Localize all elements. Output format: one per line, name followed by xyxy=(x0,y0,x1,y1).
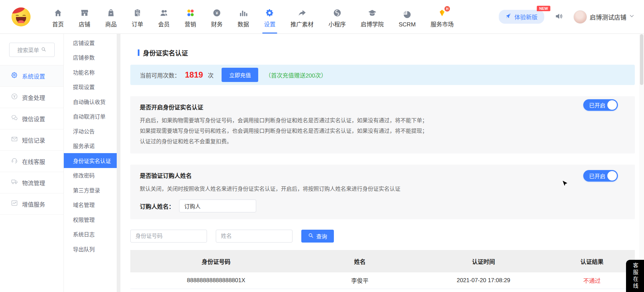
submenu-item-auto-cancel[interactable]: 自动取消订单 xyxy=(64,109,117,124)
cell-name: 该会员 xyxy=(302,289,418,292)
order-clipboard-icon xyxy=(133,8,142,17)
submenu-item-id-verification[interactable]: 身份证实名认证 xyxy=(64,153,117,168)
account-menu[interactable]: 启博测试店铺 xyxy=(573,10,634,24)
promo-share-icon xyxy=(298,8,306,17)
nav-item-academy[interactable]: 启博学院 xyxy=(360,2,384,34)
sidebar-item-label: 短信记录 xyxy=(22,136,45,144)
nav-label: 服务市场 xyxy=(431,20,454,28)
quota-bonus-note: （首次充值赠送200次） xyxy=(265,71,326,79)
nav-item-store[interactable]: 店铺 xyxy=(78,2,91,34)
experience-new-button[interactable]: 体验新版 NEW xyxy=(499,10,544,24)
main-area: 身份证实名认证 当前可用次数： 1819 次 立即充值 （首次充值赠送200次）… xyxy=(117,34,644,292)
purchaser-name-input[interactable] xyxy=(179,200,256,212)
page-scrollbar[interactable] xyxy=(639,34,644,292)
submenu-item-feature-names[interactable]: 功能名称 xyxy=(64,65,117,80)
members-icon xyxy=(159,8,168,17)
nav-item-orders[interactable]: 订单 xyxy=(131,2,144,34)
header-time: 认证时间 xyxy=(418,250,549,272)
nav-item-finance[interactable]: ¥ 财务 xyxy=(210,2,223,34)
sidebar-item-system-settings[interactable]: 系统设置 xyxy=(0,65,63,87)
quota-value: 1819 xyxy=(185,70,203,80)
nav-item-data[interactable]: 数据 xyxy=(237,2,250,34)
content-card: 身份证实名认证 当前可用次数： 1819 次 立即充值 （首次充值赠送200次）… xyxy=(120,34,644,292)
cell-id-number: 88888888888888801X xyxy=(130,272,302,289)
miniprogram-icon xyxy=(333,8,342,17)
nav-item-market[interactable]: H 服务市场 xyxy=(430,2,454,34)
cell-id-number: 340823197002212540 xyxy=(130,289,302,292)
sidebar-item-wechat[interactable]: 微信设置 xyxy=(0,108,63,129)
submenu-item-shop-params[interactable]: 店铺参数 xyxy=(64,50,117,65)
submenu-item-third-party-login[interactable]: 第三方登录 xyxy=(64,183,117,197)
nav-item-goods[interactable]: 商品 xyxy=(105,2,117,34)
name-input[interactable] xyxy=(216,230,292,243)
rocket-icon xyxy=(506,13,512,21)
nav-item-members[interactable]: 会员 xyxy=(157,2,170,34)
id-number-input[interactable] xyxy=(130,230,207,243)
nav-label: 首页 xyxy=(52,20,64,28)
nav-item-miniprogram[interactable]: 小程序 xyxy=(328,2,346,34)
app-logo[interactable] xyxy=(12,7,31,26)
nav-label: 启博学院 xyxy=(361,20,384,28)
new-badge: NEW xyxy=(537,6,550,11)
store-icon xyxy=(80,8,89,17)
svg-text:¥: ¥ xyxy=(215,11,218,16)
sidebar-item-online-service[interactable]: 在线客服 xyxy=(0,151,63,172)
nav-label: 会员 xyxy=(158,20,170,28)
submenu-item-export-queue[interactable]: 导出队列 xyxy=(64,242,117,256)
query-button[interactable]: 查询 xyxy=(301,230,334,243)
toggle-knob xyxy=(607,100,617,110)
wechat-icon xyxy=(11,114,18,123)
nav-label: 推广素材 xyxy=(290,20,314,28)
scrm-pie-icon xyxy=(403,10,412,19)
toggle-knob xyxy=(607,171,617,181)
submenu-item-permissions[interactable]: 权限管理 xyxy=(64,212,117,227)
submenu-item-shop-settings[interactable]: 店铺设置 xyxy=(64,35,117,50)
nav-item-promo[interactable]: 推广素材 xyxy=(290,2,314,34)
goods-bag-icon xyxy=(107,8,115,17)
chevron-down-icon xyxy=(629,13,634,20)
submenu-item-change-password[interactable]: 修改密码 xyxy=(64,168,117,183)
sidebar-item-logistics[interactable]: 物流管理 xyxy=(0,172,63,193)
quota-label: 当前可用次数： xyxy=(140,71,180,79)
nav-item-home[interactable]: 首页 xyxy=(52,2,64,34)
table-row: 88888888888888801X 李俊平 2021-07-20 17:08:… xyxy=(130,272,635,289)
submenu-item-service-promise[interactable]: 服务承诺 xyxy=(64,139,117,153)
search-icon xyxy=(308,233,314,239)
top-navbar: 首页 店铺 商品 订单 会员 营销 ¥ 财务 数据 xyxy=(0,0,644,34)
market-gem-icon: H xyxy=(438,8,447,17)
section-title: 是否验证订购人姓名 xyxy=(140,171,625,180)
topbar-right: 体验新版 NEW 启博测试店铺 xyxy=(499,10,634,24)
customer-service-badge[interactable]: 客服在线 xyxy=(626,260,644,292)
submenu-item-withdraw-settings[interactable]: 提现设置 xyxy=(64,80,117,95)
data-chart-icon xyxy=(239,8,248,17)
sidebar-item-label: 微信设置 xyxy=(22,114,45,123)
nav-label: 财务 xyxy=(211,20,223,28)
sidebar-item-label: 资金处理 xyxy=(22,93,45,102)
nav-item-scrm[interactable]: SCRM xyxy=(398,4,416,34)
sidebar-item-label: 物流管理 xyxy=(22,179,45,187)
verification-records-table: 身份证号码 姓名 认证时间 认证结果 88888888888888801X 李俊… xyxy=(130,250,635,292)
submenu-item-domain[interactable]: 域名管理 xyxy=(64,197,117,212)
recharge-button[interactable]: 立即充值 xyxy=(222,68,258,82)
sidebar-item-funds[interactable]: 资金处理 xyxy=(0,87,63,108)
submenu-item-system-log[interactable]: 系统日志 xyxy=(64,227,117,242)
search-icon xyxy=(41,47,46,53)
record-search-row: 查询 xyxy=(130,230,635,243)
table-header-row: 身份证号码 姓名 认证时间 认证结果 xyxy=(130,250,635,272)
sidebar-item-sms[interactable]: 短信记录 xyxy=(0,129,63,151)
menu-search-input[interactable]: 搜索菜单 xyxy=(9,43,55,57)
enable-verification-toggle[interactable]: 已开启 xyxy=(583,99,618,111)
speaker-icon[interactable] xyxy=(554,12,563,22)
section-enable-verification: 是否开启身份证实名认证 开启后，如果购物需要填写身份证号码，会调用接口判断身份证… xyxy=(130,96,635,153)
avatar xyxy=(573,10,587,24)
submenu-item-floating-notice[interactable]: 浮动公告 xyxy=(64,124,117,139)
submenu-item-auto-confirm[interactable]: 自动确认收货 xyxy=(64,94,117,109)
sidebar-item-label: 系统设置 xyxy=(22,72,45,80)
purchaser-name-toggle[interactable]: 已开启 xyxy=(583,170,618,182)
experience-new-label: 体验新版 xyxy=(514,13,537,21)
sidebar-item-value-added[interactable]: 增值服务 xyxy=(0,193,63,215)
nav-item-settings[interactable]: 设置 xyxy=(263,2,276,34)
nav-item-marketing[interactable]: 营销 xyxy=(184,2,197,34)
section-desc-line: 认证过的身份证和姓名不会重复扣费。 xyxy=(140,136,625,147)
cell-time: 2021-07-20 17:08:29 xyxy=(418,272,549,289)
